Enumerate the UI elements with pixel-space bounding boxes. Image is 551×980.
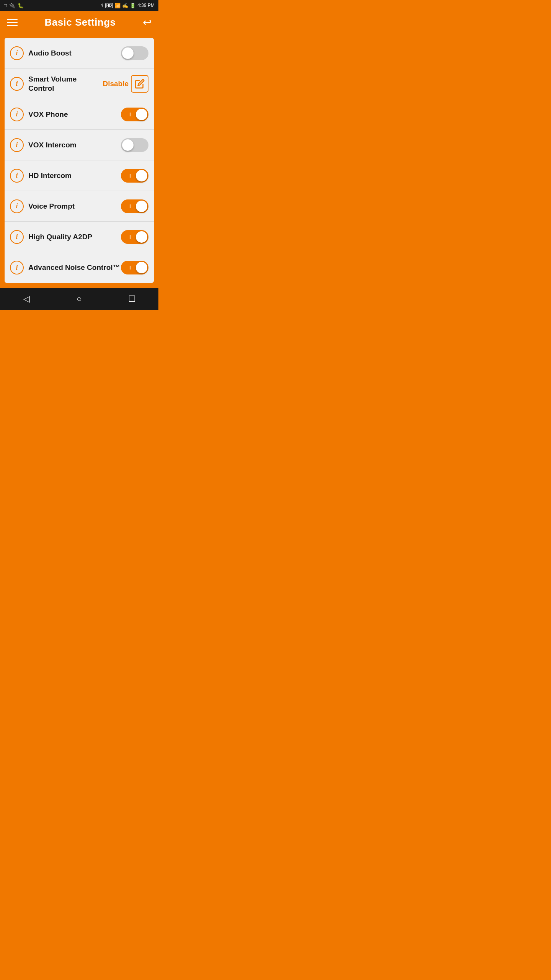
nav-back-button[interactable]: ◁ [17, 290, 36, 308]
toggle-high-quality-a2dp[interactable]: I [121, 230, 148, 244]
toggle-vox-phone[interactable]: I [121, 108, 148, 121]
status-time: 4:39 PM [137, 3, 155, 8]
toggle-track-hd-intercom: I [121, 169, 148, 183]
setting-label-smart-volume-control: Smart Volume Control [28, 75, 103, 93]
setting-row-vox-phone: iVOX PhoneI [5, 99, 154, 130]
toggle-thumb-audio-boost [122, 47, 134, 59]
toggle-i-label-hd-intercom: I [129, 173, 131, 179]
toggle-audio-boost[interactable] [121, 46, 148, 60]
setting-label-vox-intercom: VOX Intercom [28, 140, 121, 150]
bluetooth-icon: ⚕ [101, 3, 104, 8]
status-bar: □ 🔌 🐛 ⚕ HD 📶 ✍ 🔋 4:39 PM [0, 0, 158, 11]
toggle-thumb-vox-phone [136, 109, 147, 120]
info-icon-high-quality-a2dp[interactable]: i [10, 230, 24, 244]
header: Basic Settings ↩ [0, 11, 158, 34]
svc-edit-button[interactable] [131, 75, 148, 93]
toggle-thumb-vox-intercom [122, 139, 134, 151]
info-icon-audio-boost[interactable]: i [10, 46, 24, 60]
svc-right-smart-volume-control: Disable [103, 75, 148, 93]
info-icon-hd-intercom[interactable]: i [10, 169, 24, 183]
settings-card: iAudio BoostiSmart Volume ControlDisable… [5, 38, 154, 283]
toggle-advanced-noise-control[interactable]: I [121, 261, 148, 274]
toggle-thumb-advanced-noise-control [136, 262, 147, 273]
toggle-thumb-hd-intercom [136, 170, 147, 181]
nav-bar: ◁ ○ ☐ [0, 288, 158, 310]
toggle-track-advanced-noise-control: I [121, 261, 148, 274]
setting-label-audio-boost: Audio Boost [28, 49, 121, 58]
status-bar-left: □ 🔌 🐛 [4, 3, 24, 8]
toggle-voice-prompt[interactable]: I [121, 199, 148, 213]
battery-icon: 🔋 [130, 3, 136, 8]
content-area: iAudio BoostiSmart Volume ControlDisable… [0, 34, 158, 288]
info-icon-vox-intercom[interactable]: i [10, 138, 24, 152]
status-bar-right: ⚕ HD 📶 ✍ 🔋 4:39 PM [101, 3, 155, 8]
setting-row-high-quality-a2dp: iHigh Quality A2DPI [5, 222, 154, 252]
setting-row-voice-prompt: iVoice PromptI [5, 191, 154, 222]
toggle-vox-intercom[interactable] [121, 138, 148, 152]
usb-icon: 🔌 [9, 3, 15, 8]
menu-button[interactable] [7, 19, 18, 26]
setting-label-high-quality-a2dp: High Quality A2DP [28, 232, 121, 242]
back-button[interactable]: ↩ [143, 16, 152, 29]
setting-row-hd-intercom: iHD IntercomI [5, 160, 154, 191]
toggle-i-label-voice-prompt: I [129, 203, 131, 209]
toggle-track-vox-intercom [121, 138, 148, 152]
wifi-icon: 📶 [114, 3, 121, 8]
info-icon-advanced-noise-control[interactable]: i [10, 261, 24, 274]
info-icon-voice-prompt[interactable]: i [10, 199, 24, 213]
toggle-i-label-high-quality-a2dp: I [129, 234, 131, 240]
debug-icon: 🐛 [18, 3, 24, 8]
toggle-i-label-advanced-noise-control: I [129, 265, 131, 271]
setting-label-vox-phone: VOX Phone [28, 110, 121, 119]
page-title: Basic Settings [44, 16, 116, 28]
nav-recent-button[interactable]: ☐ [123, 290, 141, 308]
setting-label-hd-intercom: HD Intercom [28, 171, 121, 180]
info-icon-smart-volume-control[interactable]: i [10, 77, 24, 91]
setting-label-advanced-noise-control: Advanced Noise Control™ [28, 263, 121, 272]
hd-icon: HD [105, 3, 113, 8]
toggle-track-audio-boost [121, 46, 148, 60]
squarespace-icon: □ [4, 3, 7, 8]
svc-disable-label: Disable [103, 80, 129, 88]
toggle-i-label-vox-phone: I [129, 111, 131, 118]
toggle-thumb-voice-prompt [136, 201, 147, 212]
setting-row-advanced-noise-control: iAdvanced Noise Control™I [5, 252, 154, 283]
toggle-track-voice-prompt: I [121, 199, 148, 213]
setting-row-audio-boost: iAudio Boost [5, 38, 154, 69]
toggle-thumb-high-quality-a2dp [136, 231, 147, 243]
setting-label-voice-prompt: Voice Prompt [28, 202, 121, 211]
info-icon-vox-phone[interactable]: i [10, 108, 24, 121]
signal-icon: ✍ [122, 3, 128, 8]
toggle-hd-intercom[interactable]: I [121, 169, 148, 183]
setting-row-smart-volume-control: iSmart Volume ControlDisable [5, 69, 154, 99]
nav-home-button[interactable]: ○ [70, 290, 88, 308]
toggle-track-high-quality-a2dp: I [121, 230, 148, 244]
toggle-track-vox-phone: I [121, 108, 148, 121]
setting-row-vox-intercom: iVOX Intercom [5, 130, 154, 160]
